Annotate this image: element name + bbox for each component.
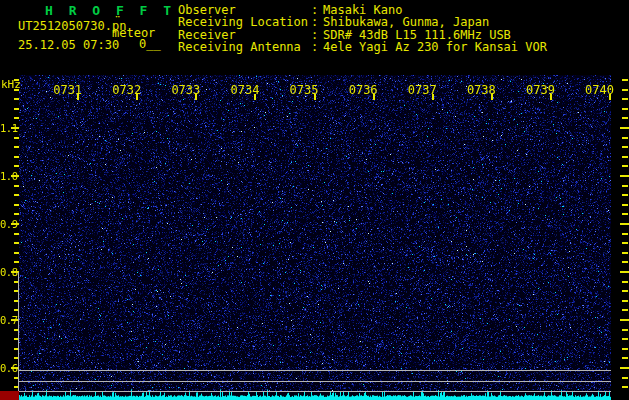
freq-minor-tick-right	[622, 242, 628, 244]
time-tick	[609, 94, 611, 100]
freq-minor-tick	[14, 117, 19, 119]
spectrogram-canvas	[19, 75, 611, 400]
freq-minor-tick-right	[622, 261, 628, 263]
freq-minor-tick	[14, 108, 19, 110]
freq-minor-tick	[14, 98, 19, 100]
time-tick	[195, 94, 197, 100]
freq-minor-tick-right	[622, 213, 628, 215]
freq-major-tick-right	[620, 319, 629, 321]
time-tick	[77, 94, 79, 100]
freq-minor-tick-right	[622, 338, 628, 340]
freq-tick-label: 0.7	[0, 314, 17, 326]
info-value: Shibukawa, Gunma, Japan	[323, 16, 489, 28]
time-tick	[550, 94, 552, 100]
freq-minor-tick-right	[622, 79, 628, 81]
hrofft-screenshot: H R O F F T UT2512050730.pn ¨ meteor 25.…	[0, 0, 629, 400]
freq-minor-tick-right	[622, 146, 628, 148]
info-row: Receiving Antenna:4ele Yagi Az 230 for K…	[178, 41, 547, 53]
freq-minor-tick	[14, 79, 19, 81]
freq-minor-tick-right	[622, 137, 628, 139]
freq-tick-label: 1.1	[0, 122, 17, 134]
freq-major-tick-right	[620, 271, 629, 273]
freq-minor-tick-right	[622, 156, 628, 158]
freq-minor-tick	[14, 204, 19, 206]
info-row: Receiving Location:Shibukawa, Gunma, Jap…	[178, 16, 547, 28]
info-label: Receiving Antenna	[178, 41, 311, 53]
info-colon: :	[311, 16, 323, 28]
time-tick	[314, 94, 316, 100]
info-block: Observer:Masaki Kano Receiving Location:…	[178, 4, 547, 54]
freq-minor-tick	[14, 194, 19, 196]
long-echo-separator-line	[19, 391, 611, 392]
freq-tick-label: 0.8	[0, 266, 17, 278]
freq-minor-tick-right	[622, 329, 628, 331]
freq-minor-tick-right	[622, 348, 628, 350]
freq-minor-tick	[14, 165, 19, 167]
freq-minor-tick-right	[622, 281, 628, 283]
freq-minor-tick-right	[622, 108, 628, 110]
freq-minor-tick	[14, 156, 19, 158]
freq-minor-tick-right	[622, 252, 628, 254]
freq-tick-label: 0.9	[0, 218, 17, 230]
freq-minor-tick	[14, 89, 19, 91]
info-value: 4ele Yagi Az 230 for Kansai VOR	[323, 41, 547, 53]
freq-minor-tick-right	[622, 98, 628, 100]
freq-minor-tick-right	[622, 204, 628, 206]
freq-minor-tick-right	[622, 357, 628, 359]
freq-minor-tick-right	[622, 165, 628, 167]
datetime: 25.12.05 07:30	[18, 38, 119, 52]
freq-major-tick-right	[620, 175, 629, 177]
left-plot-border-line	[18, 272, 19, 392]
freq-tick-label: 1.0	[0, 170, 17, 182]
freq-minor-tick-right	[622, 194, 628, 196]
long-echo-separator-line	[19, 370, 611, 371]
freq-major-tick-right	[620, 223, 629, 225]
freq-minor-tick	[14, 233, 19, 235]
freq-minor-tick	[14, 213, 19, 215]
freq-minor-tick-right	[622, 309, 628, 311]
info-label: Receiving Location	[178, 16, 311, 28]
freq-minor-tick-right	[622, 290, 628, 292]
freq-minor-tick	[14, 137, 19, 139]
time-tick	[254, 94, 256, 100]
freq-minor-tick	[14, 261, 19, 263]
freq-minor-tick-right	[622, 300, 628, 302]
freq-minor-tick	[14, 185, 19, 187]
time-tick	[136, 94, 138, 100]
freq-minor-tick-right	[622, 233, 628, 235]
freq-minor-tick-right	[622, 377, 628, 379]
freq-minor-tick	[14, 146, 19, 148]
freq-minor-tick-right	[622, 185, 628, 187]
time-tick	[432, 94, 434, 100]
freq-minor-tick-right	[622, 89, 628, 91]
app-title: H R O F F T	[45, 3, 175, 18]
freq-major-tick-right	[620, 127, 629, 129]
info-colon: :	[311, 41, 323, 53]
long-echo-separator-line	[19, 381, 611, 382]
freq-minor-tick	[14, 242, 19, 244]
time-tick	[373, 94, 375, 100]
red-corner-marker	[0, 391, 19, 400]
freq-minor-tick	[14, 252, 19, 254]
time-tick	[491, 94, 493, 100]
freq-tick-label: 0.6	[0, 362, 17, 374]
freq-minor-tick-right	[622, 386, 628, 388]
freq-major-tick-right	[620, 367, 629, 369]
freq-minor-tick-right	[622, 117, 628, 119]
echo-counter: 0__	[139, 37, 161, 51]
file-name: UT2512050730.pn	[18, 19, 126, 33]
